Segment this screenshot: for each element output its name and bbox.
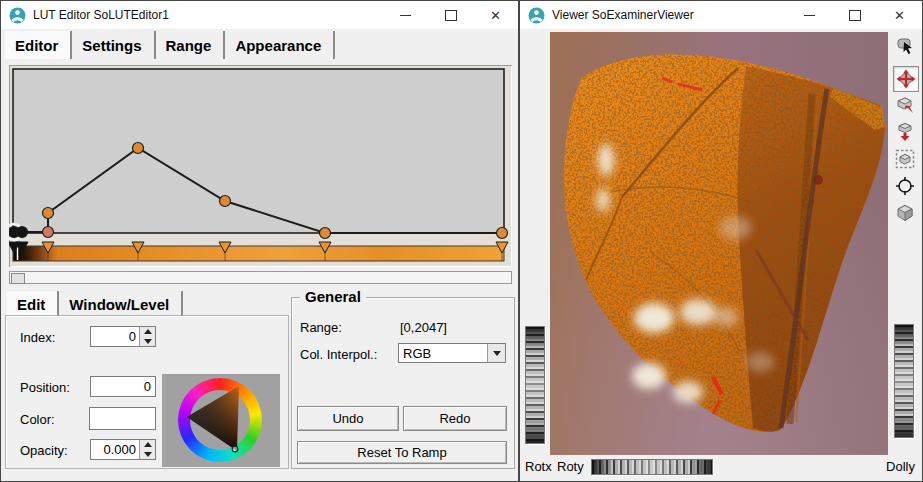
hue-triangle[interactable] <box>162 374 280 467</box>
opacity-stepper[interactable]: 0.000 <box>90 439 156 460</box>
index-value: 0 <box>91 327 139 346</box>
minimize-icon[interactable] <box>383 1 428 29</box>
undo-button[interactable]: Undo <box>297 406 399 431</box>
general-panel-title: General <box>300 288 366 305</box>
desktop: LUT Editor SoLUTEditor1 ✕ Editor Setting… <box>0 0 923 482</box>
rotx-thumbwheel[interactable] <box>525 326 545 444</box>
curve-scrollbar[interactable] <box>9 271 512 284</box>
hue-marker[interactable] <box>232 446 238 452</box>
tab-appearance[interactable]: Appearance <box>225 31 335 59</box>
close-icon[interactable]: ✕ <box>877 1 922 29</box>
roty-label: Roty <box>557 459 584 474</box>
seek-icon[interactable] <box>893 93 917 117</box>
viewport-3d[interactable] <box>550 32 890 455</box>
opacity-value: 0.000 <box>91 440 139 459</box>
opacity-down-arrow-icon[interactable] <box>140 450 155 460</box>
combo-dropdown-arrow-icon[interactable] <box>487 344 505 362</box>
range-value: [0,2047] <box>400 320 447 335</box>
general-panel: General Range: [0,2047] Col. Interpol.: … <box>291 297 515 469</box>
color-label: Color: <box>20 412 55 427</box>
minimize-icon[interactable] <box>787 1 832 29</box>
index-label: Index: <box>20 330 55 345</box>
redo-button[interactable]: Redo <box>403 406 507 431</box>
index-up-arrow-icon[interactable] <box>140 327 155 337</box>
maximize-icon[interactable] <box>428 1 473 29</box>
app-icon <box>9 7 26 24</box>
main-tab-bar: Editor Settings Range Appearance <box>5 31 335 59</box>
index-stepper[interactable]: 0 <box>90 326 156 347</box>
interpolation-value: RGB <box>399 344 487 362</box>
dolly-thumbwheel[interactable] <box>894 324 914 438</box>
opacity-label: Opacity: <box>20 443 68 458</box>
position-label: Position: <box>20 380 70 395</box>
app-icon <box>528 7 545 24</box>
tab-editor[interactable]: Editor <box>5 31 72 59</box>
tab-edit[interactable]: Edit <box>7 291 59 317</box>
select-view-icon[interactable] <box>893 147 917 171</box>
maximize-icon[interactable] <box>832 1 877 29</box>
edit-tab-bar: Edit Window/Level <box>7 291 183 317</box>
window-title: Viewer SoExaminerViewer <box>552 8 694 22</box>
position-field[interactable]: 0 <box>90 376 156 397</box>
tab-range[interactable]: Range <box>156 31 226 59</box>
lut-editor-titlebar[interactable]: LUT Editor SoLUTEditor1 ✕ <box>1 1 518 29</box>
interpolation-select[interactable]: RGB <box>398 343 506 363</box>
camera-type-icon[interactable] <box>893 201 917 225</box>
dolly-label: Dolly <box>886 459 915 474</box>
tab-settings[interactable]: Settings <box>72 31 155 59</box>
lut-editor-window: LUT Editor SoLUTEditor1 ✕ Editor Setting… <box>0 0 519 482</box>
edit-panel: Index: 0 Position: 0 Color: Opacity: 0.0… <box>5 315 289 469</box>
view-rotate-mode-icon[interactable] <box>893 66 919 92</box>
lut-curve-panel <box>9 65 512 267</box>
focal-point-icon[interactable] <box>893 174 917 198</box>
rotx-label: Rotx <box>525 459 552 474</box>
window-title: LUT Editor SoLUTEditor1 <box>33 8 169 22</box>
close-icon[interactable]: ✕ <box>473 1 518 29</box>
range-label: Range: <box>300 320 342 335</box>
pick-mode-icon[interactable] <box>893 34 917 58</box>
reset-to-ramp-button[interactable]: Reset To Ramp <box>297 441 507 464</box>
view-all-icon[interactable] <box>893 120 917 144</box>
viewport-scene <box>550 32 890 455</box>
index-down-arrow-icon[interactable] <box>140 337 155 347</box>
tab-window-level[interactable]: Window/Level <box>59 291 183 317</box>
opacity-up-arrow-icon[interactable] <box>140 440 155 450</box>
viewer-titlebar[interactable]: Viewer SoExaminerViewer ✕ <box>520 1 922 29</box>
color-wheel[interactable] <box>162 374 280 467</box>
color-swatch-button[interactable] <box>89 407 156 430</box>
curve-scrollbar-handle[interactable] <box>11 273 25 284</box>
roty-thumbwheel[interactable] <box>591 459 713 475</box>
viewer-window: Viewer SoExaminerViewer ✕ <box>519 0 923 482</box>
viewer-toolbar <box>888 29 922 481</box>
lut-curve-canvas[interactable] <box>9 65 512 267</box>
interpolation-label: Col. Interpol.: <box>300 347 377 362</box>
